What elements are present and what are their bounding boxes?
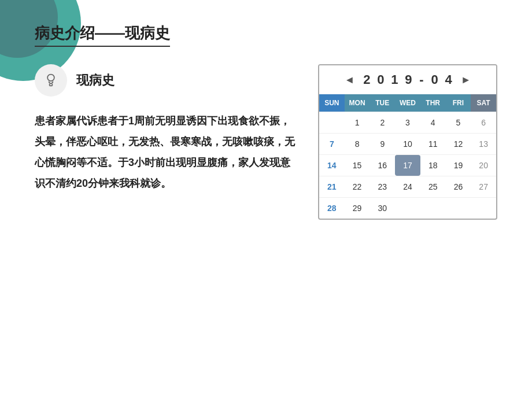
cal-cell-today[interactable]: 17: [395, 154, 420, 176]
date-separator: -: [419, 72, 423, 87]
cal-cell[interactable]: 3: [395, 112, 420, 133]
cal-cell[interactable]: 30: [370, 197, 395, 219]
cal-cell[interactable]: 21: [319, 176, 345, 197]
year-digit-3: 1: [389, 72, 400, 87]
cal-cell[interactable]: 12: [446, 133, 471, 154]
year-digit-2: 0: [375, 72, 386, 87]
cal-cell: [420, 197, 446, 219]
prev-month-button[interactable]: ◄: [341, 74, 359, 86]
weekday-sun: SUN: [319, 94, 345, 112]
cal-cell[interactable]: 22: [345, 176, 370, 197]
cal-cell[interactable]: 25: [420, 176, 446, 197]
cal-cell[interactable]: 5: [446, 112, 471, 133]
calendar-widget: ◄ 2 0 1 9 - 0 4 ► SUN MON TUE WED THR: [318, 64, 497, 220]
cal-cell[interactable]: 15: [345, 154, 370, 176]
cal-cell[interactable]: 26: [446, 176, 471, 197]
weekday-mon: MON: [345, 94, 370, 112]
cal-cell[interactable]: 23: [370, 176, 395, 197]
next-month-button[interactable]: ►: [457, 74, 475, 86]
weekday-wed: WED: [395, 94, 420, 112]
cal-cell[interactable]: 13: [471, 133, 496, 154]
calendar-header: ◄ 2 0 1 9 - 0 4 ►: [319, 65, 496, 94]
cal-cell[interactable]: 16: [370, 154, 395, 176]
cal-cell[interactable]: 28: [319, 197, 345, 219]
cal-cell[interactable]: 10: [395, 133, 420, 154]
section-header: 现病史: [35, 64, 295, 97]
cal-cell[interactable]: 11: [420, 133, 446, 154]
main-text: 患者家属代诉患者于1周前无明显诱因下出现食欲不振，头晕，伴恶心呕吐，无发热、畏寒…: [35, 110, 295, 194]
calendar-weekdays: SUN MON TUE WED THR FRI SAT: [319, 94, 496, 112]
month-digit-2: 4: [444, 72, 454, 87]
cal-cell[interactable]: 2: [370, 112, 395, 133]
svg-point-0: [47, 75, 54, 82]
cal-cell[interactable]: 29: [345, 197, 370, 219]
weekday-tue: TUE: [370, 94, 395, 112]
month-digit-1: 0: [430, 72, 440, 87]
weekday-sat: SAT: [471, 94, 496, 112]
cal-cell[interactable]: 6: [471, 112, 496, 133]
cal-cell[interactable]: 14: [319, 154, 345, 176]
cal-cell: [471, 197, 496, 219]
cal-cell[interactable]: 20: [471, 154, 496, 176]
cal-cell[interactable]: 27: [471, 176, 496, 197]
cal-cell[interactable]: 9: [370, 133, 395, 154]
weekday-fri: FRI: [446, 94, 471, 112]
page-title: 病史介绍——现病史: [35, 23, 170, 47]
left-side: 现病史 患者家属代诉患者于1周前无明显诱因下出现食欲不振，头晕，伴恶心呕吐，无发…: [35, 64, 295, 194]
cal-cell[interactable]: 8: [345, 133, 370, 154]
cal-cell[interactable]: 24: [395, 176, 420, 197]
year-digit-1: 2: [361, 72, 372, 87]
cal-cell[interactable]: 1: [345, 112, 370, 133]
cal-cell[interactable]: 4: [420, 112, 446, 133]
cal-cell[interactable]: 18: [420, 154, 446, 176]
section-label: 现病史: [76, 72, 114, 89]
bulb-icon: [35, 64, 67, 97]
cal-cell[interactable]: 7: [319, 133, 345, 154]
weekday-thu: THR: [420, 94, 446, 112]
calendar-grid: 1 2 3 4 5 6 7 8 9 10 11 12 13 14 15 16 1…: [319, 112, 496, 219]
calendar-year-month: 2 0 1 9 - 0 4: [361, 72, 453, 87]
content-area: 现病史 患者家属代诉患者于1周前无明显诱因下出现食欲不振，头晕，伴恶心呕吐，无发…: [35, 64, 497, 220]
cal-cell[interactable]: [319, 112, 345, 133]
year-digit-4: 9: [403, 72, 413, 87]
cal-cell: [446, 197, 471, 219]
cal-cell: [395, 197, 420, 219]
cal-cell[interactable]: 19: [446, 154, 471, 176]
